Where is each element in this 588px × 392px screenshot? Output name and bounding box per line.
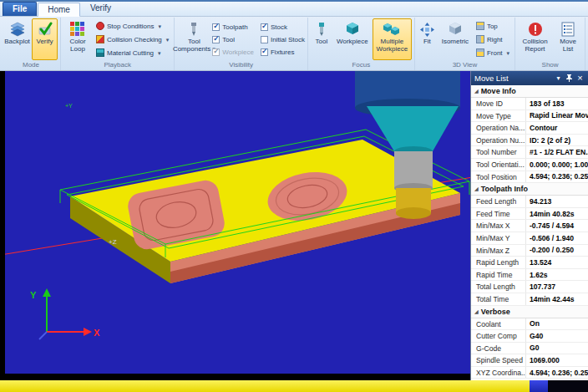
collision-checking-label: Collision Checking bbox=[107, 36, 162, 43]
move-list-row: Min/Max Y-0.506 / 1.940 bbox=[471, 232, 588, 245]
row-value: ID: 2 (2 of 2) bbox=[526, 136, 588, 145]
tab-home[interactable]: Home bbox=[38, 3, 80, 17]
ribbon-group-visibility: Tool Components ToolpathToolWorkpieceSto… bbox=[175, 18, 308, 70]
viewport-3d[interactable]: Y X +Z +Y bbox=[0, 71, 470, 380]
top-view-button[interactable]: Top bbox=[474, 19, 512, 33]
collision-checking-button[interactable]: Collision Checking bbox=[94, 33, 171, 46]
row-label: G-Code bbox=[471, 343, 526, 354]
move-list-row: Rapid Time1.62s bbox=[471, 269, 588, 282]
color-loop-button[interactable]: Color Loop bbox=[63, 18, 92, 60]
progress-remaining bbox=[548, 380, 588, 392]
focus-workpiece-button[interactable]: Workpiece bbox=[334, 18, 371, 60]
verify-button[interactable]: Verify bbox=[32, 18, 58, 60]
tab-verify[interactable]: Verify bbox=[81, 2, 120, 16]
section-header-move-info[interactable]: Move Info bbox=[471, 85, 588, 98]
right-view-button[interactable]: Right bbox=[474, 33, 512, 46]
focus-tool-button[interactable]: Tool bbox=[311, 18, 332, 60]
row-label: Coolant bbox=[471, 318, 526, 330]
move-list-icon bbox=[560, 21, 575, 38]
row-value: -0.200 / 0.250 bbox=[526, 246, 588, 254]
isometric-icon bbox=[448, 21, 463, 38]
move-list-row: Operation Na...Contour bbox=[471, 122, 588, 135]
playback-progress-bar[interactable] bbox=[0, 380, 588, 392]
chevron-down-icon bbox=[156, 23, 161, 30]
front-view-button[interactable]: Front bbox=[474, 46, 512, 59]
move-list-row: Total Time14min 42.44s bbox=[471, 293, 588, 306]
visibility-checkbox-stock[interactable]: Stock bbox=[261, 21, 305, 33]
move-list-row: Feed Time14min 40.82s bbox=[471, 208, 588, 221]
move-list-row: XYZ Coordina...4.594; 0.236; 0.25... bbox=[471, 367, 588, 379]
collision-report-button[interactable]: Collision Report bbox=[518, 18, 552, 60]
row-label: Min/Max Y bbox=[471, 232, 526, 244]
group-label-focus: Focus bbox=[311, 60, 412, 70]
move-list-row: Min/Max X-0.745 / 4.594 bbox=[471, 220, 588, 232]
visibility-checkbox-fixtures[interactable]: Fixtures bbox=[261, 46, 305, 59]
ribbon-group-mode: Backplot Verify Mode bbox=[2, 18, 61, 70]
row-value: -0.745 / 4.594 bbox=[526, 221, 588, 230]
main-content: Y X +Z +Y Move List Move InfoMove ID183 … bbox=[0, 71, 588, 380]
checkbox bbox=[212, 48, 220, 56]
material-cutting-icon bbox=[96, 48, 104, 57]
tab-file[interactable]: File bbox=[3, 2, 37, 16]
multiple-workpiece-button[interactable]: Multiple Workpiece bbox=[373, 18, 412, 60]
multiple-workpiece-label: Multiple Workpiece bbox=[374, 38, 410, 53]
visibility-checkbox-workpiece[interactable]: Workpiece bbox=[212, 46, 254, 59]
material-cutting-button[interactable]: Material Cutting bbox=[94, 46, 171, 59]
axis-x-label: X bbox=[94, 328, 100, 338]
row-value: -0.506 / 1.940 bbox=[526, 234, 588, 242]
isometric-button[interactable]: Isometric bbox=[438, 18, 472, 60]
move-list-row: Move TypeRapid Linear Mov... bbox=[471, 110, 588, 123]
move-list-row: Spindle Speed1069.000 bbox=[471, 354, 588, 367]
checkbox bbox=[212, 23, 220, 31]
row-label: Feed Time bbox=[471, 208, 526, 220]
chevron-down-icon bbox=[505, 49, 510, 57]
multiple-workpiece-icon bbox=[383, 21, 401, 38]
focus-tool-label: Tool bbox=[316, 38, 328, 45]
row-value: 13.524 bbox=[526, 258, 588, 267]
isometric-label: Isometric bbox=[442, 38, 469, 45]
move-list-row: Tool Number#1 - 1/2 FLAT EN... bbox=[471, 146, 588, 159]
section-header-verbose[interactable]: Verbose bbox=[471, 306, 588, 318]
row-value: 0.000; 0.000; 1.00... bbox=[526, 160, 588, 169]
ribbon-tab-bar: File Home Verify bbox=[0, 0, 588, 17]
move-list-panel-titlebar: Move List bbox=[471, 71, 588, 85]
row-label: Min/Max X bbox=[471, 220, 526, 232]
collision-report-icon bbox=[528, 21, 543, 38]
origin-y-label: +Y bbox=[65, 103, 73, 109]
close-icon[interactable] bbox=[575, 74, 585, 83]
tool-components-button[interactable]: Tool Components bbox=[177, 18, 210, 60]
row-value: #1 - 1/2 FLAT EN... bbox=[526, 148, 588, 156]
pin-icon[interactable] bbox=[565, 74, 574, 83]
visibility-checkbox-initial-stock[interactable]: Initial Stock bbox=[261, 33, 305, 46]
visibility-checkbox-toolpath[interactable]: Toolpath bbox=[212, 21, 254, 33]
ribbon-group-focus: Tool Workpiece Multiple Workpiece Focus bbox=[308, 18, 415, 70]
row-value: G40 bbox=[526, 332, 588, 340]
row-value: 1069.000 bbox=[526, 356, 588, 364]
section-header-toolpath-info[interactable]: Toolpath Info bbox=[471, 183, 588, 196]
ribbon-group-show: Collision Report Move List Show bbox=[515, 18, 585, 70]
stop-conditions-label: Stop Conditions bbox=[107, 23, 154, 30]
ribbon: Backplot Verify Mode Color Loop bbox=[0, 17, 588, 71]
move-list-panel-title: Move List bbox=[474, 74, 552, 83]
row-value: 14min 40.82s bbox=[526, 210, 588, 218]
visibility-checkbox-tool[interactable]: Tool bbox=[212, 33, 254, 46]
stop-conditions-button[interactable]: Stop Conditions bbox=[94, 19, 171, 33]
row-value: Rapid Linear Mov... bbox=[526, 111, 588, 120]
fixtures-label: Fixtures bbox=[271, 48, 294, 56]
panel-menu-icon[interactable] bbox=[554, 74, 563, 83]
move-list-row: CoolantOn bbox=[471, 318, 588, 331]
group-label-visibility: Visibility bbox=[177, 60, 305, 70]
row-value: Contour bbox=[526, 124, 588, 132]
collision-checking-icon bbox=[96, 35, 104, 43]
row-label: Total Time bbox=[471, 293, 526, 305]
visibility-checkbox-grid: ToolpathToolWorkpieceStockInitial StockF… bbox=[212, 21, 305, 60]
group-label-3d-view: 3D View bbox=[418, 60, 512, 70]
move-list-row: Feed Length94.213 bbox=[471, 196, 588, 208]
row-value: G0 bbox=[526, 344, 588, 352]
standard-views-stack: TopRightFront bbox=[474, 18, 512, 60]
move-list-button[interactable]: Move List bbox=[554, 18, 582, 60]
viewport-canvas[interactable]: Y X +Z +Y bbox=[5, 71, 470, 374]
fit-button[interactable]: Fit bbox=[418, 18, 437, 60]
move-list-row: Rapid Length13.524 bbox=[471, 257, 588, 269]
backplot-button[interactable]: Backplot bbox=[4, 18, 30, 60]
